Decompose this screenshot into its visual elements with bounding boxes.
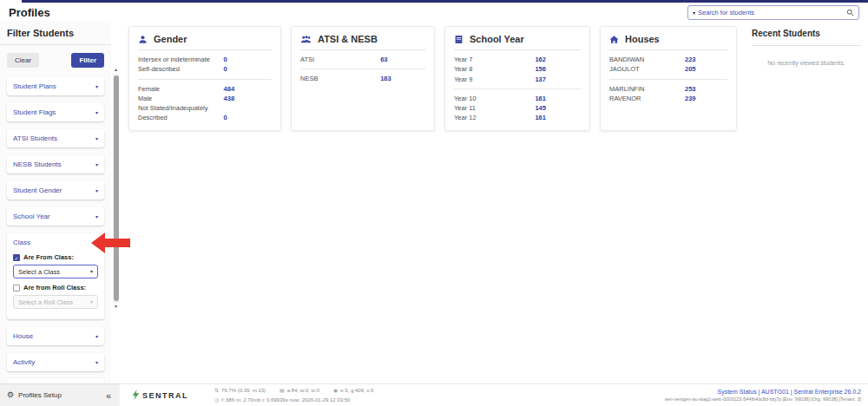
card-school-year: School Year Year 7162 Year 8156 Year 913… bbox=[444, 26, 590, 131]
are-from-roll-class-checkbox[interactable] bbox=[13, 285, 20, 291]
filter-button[interactable]: Filter bbox=[71, 53, 104, 68]
scrollbar-thumb[interactable] bbox=[114, 75, 119, 301]
stat-value: 0 bbox=[224, 64, 272, 74]
sidebar-item-nesb-students[interactable]: NESB Students ▾ bbox=[7, 155, 104, 174]
sidebar-item-school-year[interactable]: School Year ▾ bbox=[7, 207, 104, 226]
database-icon: ▤ bbox=[279, 386, 285, 395]
stat-label: Year 11 bbox=[454, 103, 535, 113]
scroll-down-icon[interactable]: ▼ bbox=[113, 304, 119, 309]
chevron-down-icon: ▾ bbox=[95, 162, 98, 167]
scroll-up-icon[interactable]: ▲ bbox=[113, 68, 119, 72]
card-atsi-nesb: ATSI & NESB ATSI63 NESB163 bbox=[291, 26, 435, 131]
stat-label: BANDIWAN bbox=[609, 55, 685, 64]
top-accent-bar bbox=[22, 0, 868, 3]
stat-row: Year 12161 bbox=[454, 113, 581, 122]
chevron-down-icon: ▾ bbox=[90, 299, 93, 304]
stat-value: 253 bbox=[685, 84, 727, 94]
sentral-bolt-icon bbox=[132, 388, 140, 403]
sidebar-item-student-plans[interactable]: Student Plans ▾ bbox=[7, 77, 104, 95]
perf-stat: 79.7% (0.39, m:13) bbox=[221, 386, 266, 395]
sidebar-item-class-expanded: Class ▴ ✓ Are From Class: Select a Class… bbox=[7, 233, 104, 319]
stat-row: BANDIWAN223 bbox=[609, 55, 727, 64]
are-from-roll-class-label: Are from Roll Class: bbox=[23, 284, 86, 291]
sentral-brand[interactable]: SENTRAL bbox=[132, 388, 188, 403]
stat-label: Year 9 bbox=[454, 75, 535, 84]
stat-row: Year 9137 bbox=[454, 75, 581, 84]
divider bbox=[138, 79, 272, 80]
collapse-sidebar-icon[interactable]: « bbox=[106, 390, 111, 401]
recent-students-panel: Recent Students No recently viewed stude… bbox=[752, 29, 861, 66]
sidebar-item-label: Activity bbox=[13, 358, 35, 366]
stat-label: ATSI bbox=[300, 55, 380, 64]
stat-value: 156 bbox=[535, 64, 581, 74]
class-select-value: Select a Class bbox=[18, 268, 60, 276]
stat-row: MARLINFIN253 bbox=[609, 84, 727, 94]
profiles-setup-link[interactable]: Profiles Setup bbox=[18, 391, 102, 399]
stat-row: Intersex or indeterminate0 bbox=[138, 55, 272, 64]
status-bar: SENTRAL ⇅79.7% (0.39, m:13) ▤a:84, w:0, … bbox=[120, 383, 868, 406]
gear-icon[interactable]: ⚙ bbox=[7, 391, 14, 399]
stat-value: 223 bbox=[685, 55, 727, 64]
card-gender: Gender Intersex or indeterminate0 Self-d… bbox=[128, 26, 281, 131]
chevron-down-icon: ▾ bbox=[95, 360, 98, 365]
sidebar-item-student-gender[interactable]: Student Gender ▾ bbox=[7, 181, 104, 200]
sidebar-item-label: House bbox=[13, 332, 33, 340]
event-stat: e:3, g:406, x:0 bbox=[340, 386, 373, 395]
sidebar-item-activity[interactable]: Activity ▾ bbox=[7, 353, 104, 371]
stat-value: 162 bbox=[535, 55, 581, 64]
sidebar-item-atsi-students[interactable]: ATSI Students ▾ bbox=[7, 129, 104, 147]
system-status-block: System Status | AUSTG01 | Sentral Enterp… bbox=[665, 388, 861, 403]
chevron-down-icon: ▾ bbox=[95, 188, 98, 193]
stat-row: Year 8156 bbox=[454, 64, 581, 74]
sidebar-scrollbar[interactable]: ▲ ▼ bbox=[113, 74, 119, 303]
stat-label: Male bbox=[138, 94, 224, 103]
chevron-down-icon: ▾ bbox=[90, 269, 93, 274]
debug-stats: ⇅79.7% (0.39, m:13) ▤a:84, w:0, tx:0 ◉e:… bbox=[214, 386, 373, 403]
events-icon: ◉ bbox=[333, 386, 338, 395]
stat-row: Self-described0 bbox=[138, 64, 272, 74]
stat-label: Year 12 bbox=[454, 113, 535, 122]
page-title: Profiles bbox=[9, 6, 50, 19]
are-from-class-checkbox[interactable]: ✓ bbox=[13, 254, 20, 261]
filter-sidebar: Filter Students Clear Filter Student Pla… bbox=[0, 21, 111, 383]
sidebar-item-class[interactable]: Class ▴ bbox=[13, 239, 98, 246]
student-search[interactable]: ▾ bbox=[687, 5, 859, 20]
summary-cards: Gender Intersex or indeterminate0 Self-d… bbox=[128, 26, 737, 131]
stat-label: MARLINFIN bbox=[609, 84, 685, 94]
system-status-line[interactable]: System Status | AUSTG01 | Sentral Enterp… bbox=[665, 388, 861, 396]
stat-row: ATSI63 bbox=[300, 55, 425, 64]
stat-value: 0 bbox=[224, 113, 272, 122]
stat-label: Intersex or indeterminate bbox=[138, 55, 224, 64]
chevron-down-icon: ▾ bbox=[95, 110, 98, 115]
people-icon bbox=[300, 35, 312, 44]
sidebar-footer: ⚙ Profiles Setup « bbox=[0, 383, 120, 406]
divider bbox=[609, 79, 727, 80]
card-title: ATSI & NESB bbox=[318, 34, 378, 44]
book-icon bbox=[454, 35, 464, 44]
search-scope-caret-icon[interactable]: ▾ bbox=[693, 10, 695, 16]
divider bbox=[138, 49, 272, 50]
stat-row: Male438 bbox=[138, 94, 272, 103]
clear-button[interactable]: Clear bbox=[7, 53, 39, 68]
sidebar-item-house[interactable]: House ▾ bbox=[7, 327, 104, 345]
chevron-down-icon: ▾ bbox=[95, 214, 98, 219]
divider bbox=[752, 45, 861, 46]
recent-students-title: Recent Students bbox=[752, 29, 861, 38]
sidebar-item-label: School Year bbox=[13, 213, 50, 220]
search-icon[interactable] bbox=[846, 9, 854, 16]
sidebar-item-label: Student Flags bbox=[13, 108, 56, 116]
divider bbox=[454, 88, 581, 89]
stat-value: 137 bbox=[535, 75, 581, 84]
stat-row: Year 11145 bbox=[454, 103, 581, 113]
class-select[interactable]: Select a Class ▾ bbox=[13, 265, 98, 278]
stat-value: 145 bbox=[535, 103, 581, 113]
card-houses: Houses BANDIWAN223 JAGULOT205 MARLINFIN2… bbox=[600, 26, 737, 131]
stat-row: Year 10161 bbox=[454, 94, 581, 103]
sidebar-item-student-flags[interactable]: Student Flags ▾ bbox=[7, 103, 104, 121]
person-icon bbox=[138, 35, 148, 44]
search-input[interactable] bbox=[698, 9, 844, 16]
stat-value: 239 bbox=[685, 94, 727, 103]
divider bbox=[300, 49, 425, 50]
stat-row: Not Stated/Inadequately Described0 bbox=[138, 103, 272, 123]
sidebar-item-label: ATSI Students bbox=[13, 134, 57, 142]
